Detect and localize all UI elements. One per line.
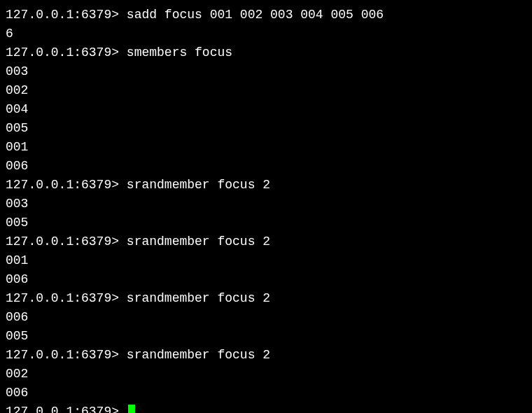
output-line: 002 <box>6 81 526 100</box>
command-text: smembers focus <box>127 46 232 59</box>
terminal-line: 127.0.0.1:6379> srandmember focus 2 <box>6 232 526 251</box>
prompt: 127.0.0.1:6379> <box>6 291 127 305</box>
terminal-line: 127.0.0.1:6379> srandmember focus 2 <box>6 289 526 308</box>
output-line: 002 <box>6 365 526 384</box>
terminal-line: 127.0.0.1:6379> srandmember focus 2 <box>6 346 526 365</box>
command-text: srandmember focus 2 <box>127 291 270 305</box>
output-line: 005 <box>6 327 526 346</box>
terminal-line[interactable]: 127.0.0.1:6379> <box>6 402 526 413</box>
output-line: 005 <box>6 214 526 232</box>
prompt: 127.0.0.1:6379> <box>6 348 127 362</box>
terminal-line: 127.0.0.1:6379> srandmember focus 2 <box>6 176 526 195</box>
prompt: 127.0.0.1:6379> <box>6 405 127 413</box>
output-line: 005 <box>6 119 526 138</box>
prompt: 127.0.0.1:6379> <box>6 46 127 59</box>
output-line: 006 <box>6 270 526 289</box>
terminal-line: 127.0.0.1:6379> smembers focus <box>6 43 526 62</box>
output-line: 006 <box>6 157 526 176</box>
output-line: 001 <box>6 138 526 157</box>
output-line: 6 <box>6 24 526 43</box>
output-line: 001 <box>6 251 526 270</box>
command-text: srandmember focus 2 <box>127 234 270 248</box>
output-line: 006 <box>6 308 526 327</box>
prompt: 127.0.0.1:6379> <box>6 8 127 22</box>
output-line: 003 <box>6 62 526 81</box>
output-line: 006 <box>6 384 526 402</box>
command-text: sadd focus 001 002 003 004 005 006 <box>127 8 384 22</box>
prompt: 127.0.0.1:6379> <box>6 234 127 248</box>
command-text: srandmember focus 2 <box>127 178 270 192</box>
terminal-line: 127.0.0.1:6379> sadd focus 001 002 003 0… <box>6 6 526 24</box>
command-text: srandmember focus 2 <box>127 348 270 362</box>
output-line: 004 <box>6 100 526 119</box>
prompt: 127.0.0.1:6379> <box>6 178 127 192</box>
cursor-icon <box>128 405 135 413</box>
output-line: 003 <box>6 195 526 214</box>
